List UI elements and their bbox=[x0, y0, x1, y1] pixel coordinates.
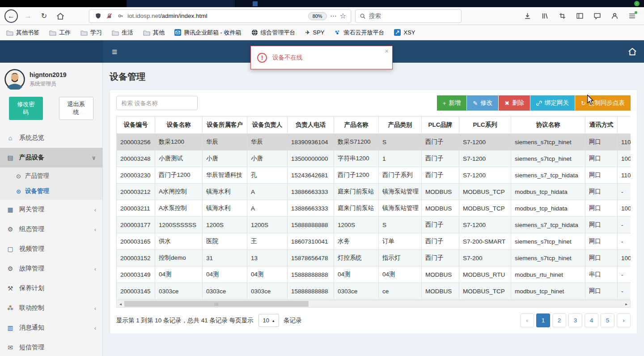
column-header[interactable]: PLC品牌 bbox=[422, 116, 459, 134]
bookmark-item[interactable]: XSY bbox=[394, 29, 415, 36]
sidebar-item-gateway-management[interactable]: ▦网关管理‹ bbox=[0, 200, 102, 219]
table-cell: siemens_s7_tcp_hidata bbox=[511, 217, 585, 233]
menu-hamburger-icon[interactable] bbox=[628, 12, 636, 20]
active-tab[interactable] bbox=[127, 0, 235, 7]
pagination-prev[interactable]: ‹ bbox=[520, 313, 534, 327]
forward-button[interactable]: → bbox=[22, 10, 34, 22]
column-header[interactable]: 设备编号 bbox=[117, 116, 155, 134]
messages-icon[interactable] bbox=[593, 12, 601, 20]
pagination-page-5[interactable]: 5 bbox=[601, 313, 614, 327]
sidebar-item-system-overview[interactable]: ⌂系统总览 bbox=[0, 128, 102, 148]
sidebar-toggle-browser-icon[interactable] bbox=[576, 12, 584, 20]
browser-home-button[interactable] bbox=[54, 10, 66, 22]
reload-button[interactable]: ↻ bbox=[38, 10, 50, 22]
avatar[interactable] bbox=[4, 69, 25, 90]
table-row[interactable]: 200003230西门子1200华辰智通科技孔15243642681西门子120… bbox=[117, 167, 631, 184]
change-password-button[interactable]: 修改密码 bbox=[9, 97, 43, 120]
scrollbar-thumb[interactable]: ||| bbox=[124, 301, 309, 307]
records-info: 显示第 1 到第 10 条记录，总共 41 条记录 每页显示 10▴ 条记录 bbox=[116, 314, 302, 327]
bookmark-item[interactable]: 其他书签 bbox=[6, 29, 39, 37]
copy-sync-table-button[interactable]: ↻复制同步点表 bbox=[575, 95, 631, 111]
bookmark-item[interactable]: 综合管理平台 bbox=[251, 29, 296, 37]
table-row[interactable]: 200003212A水闸控制镇海水利A13886663333庭来门前泵站镇海泵站… bbox=[117, 184, 631, 200]
sidebar-item-video-management[interactable]: ▢视频管理 bbox=[0, 239, 102, 259]
back-button[interactable]: ← bbox=[4, 9, 18, 23]
sidebar-item-fault-management[interactable]: ⚙故障管理‹ bbox=[0, 259, 102, 279]
url-bar[interactable]: iot.idosp.net /admin/index.html 80% ⋯ ☆ bbox=[89, 9, 351, 23]
scrollbar-track[interactable]: ||| bbox=[124, 300, 623, 307]
logout-button[interactable]: 退出系统 bbox=[59, 97, 94, 120]
horizontal-scrollbar[interactable]: ◂ ||| ▸ bbox=[116, 300, 631, 308]
column-header[interactable]: PLC系列 bbox=[459, 116, 511, 134]
bookmark-item[interactable]: 学习 bbox=[80, 29, 102, 37]
column-header[interactable]: 协议名称 bbox=[511, 116, 585, 134]
column-header[interactable]: 负责人电话 bbox=[288, 116, 334, 134]
edit-button[interactable]: ✎修改 bbox=[467, 95, 498, 111]
add-button[interactable]: +新增 bbox=[437, 95, 467, 111]
alert-close-icon[interactable]: × bbox=[385, 47, 389, 55]
bookmark-item[interactable]: ✈SPY bbox=[305, 29, 325, 36]
sidebar-item-message-notify[interactable]: ▥消息通知‹ bbox=[0, 318, 102, 338]
pagination-page-4[interactable]: 4 bbox=[585, 313, 598, 327]
screenshot-crop-icon[interactable] bbox=[558, 12, 566, 20]
table-cell: 镇海水利 bbox=[203, 184, 247, 200]
column-header[interactable]: 通讯方式 bbox=[585, 116, 618, 134]
bookmark-star-icon[interactable]: ☆ bbox=[340, 12, 346, 20]
cross-icon: ✖ bbox=[504, 100, 509, 107]
pagination-page-2[interactable]: 2 bbox=[552, 313, 566, 327]
table-row[interactable]: 200003256数采1200华辰华辰18390936104数采S71200S西… bbox=[117, 134, 631, 150]
column-header[interactable]: 已绑定网关 bbox=[618, 116, 631, 134]
sidebar-item-device-management[interactable]: ⊙设备管理 bbox=[0, 184, 102, 199]
sidebar-item-config-management[interactable]: ⚙组态管理‹ bbox=[0, 219, 102, 239]
delete-button[interactable]: ✖删除 bbox=[499, 95, 530, 111]
scroll-left-icon[interactable]: ◂ bbox=[117, 302, 124, 306]
tab-bar[interactable]: ↑ bbox=[0, 0, 644, 7]
bookmark-item[interactable]: 萤石云开放平台 bbox=[334, 29, 384, 37]
pagination-page-3[interactable]: 3 bbox=[568, 313, 582, 327]
table-row[interactable]: 200003248小唐测试小唐小唐13500000000字符串12001西门子S… bbox=[117, 150, 631, 167]
pagination-next[interactable]: › bbox=[617, 313, 631, 327]
bookmark-item[interactable]: 其他 bbox=[143, 29, 165, 37]
pagination-page-1[interactable]: 1 bbox=[536, 313, 550, 327]
downloads-icon[interactable] bbox=[523, 12, 531, 20]
sidebar-item-product-management[interactable]: ⊙产品管理 bbox=[0, 168, 102, 184]
table-cell: S7-1200 bbox=[459, 217, 511, 233]
column-header[interactable]: 设备名称 bbox=[155, 116, 203, 134]
sidebar-item-sms-management[interactable]: ✉短信管理 bbox=[0, 338, 102, 356]
account-icon[interactable] bbox=[610, 12, 619, 20]
update-available-icon[interactable]: ↑ bbox=[634, 1, 640, 6]
insecure-lock-icon[interactable] bbox=[105, 12, 113, 20]
table-row[interactable]: 20000314904测04测04测1588888888804测04测MODBU… bbox=[117, 266, 631, 283]
app-home-icon[interactable] bbox=[628, 47, 637, 56]
sidebar-item-maintenance-plan[interactable]: ⚒保养计划 bbox=[0, 279, 102, 298]
tracking-shield-icon[interactable] bbox=[94, 12, 102, 20]
scroll-right-icon[interactable]: ▸ bbox=[623, 302, 630, 306]
table-cell: 供水 bbox=[155, 233, 203, 250]
page-actions-icon[interactable]: ⋯ bbox=[330, 12, 337, 20]
table-cell: 医院 bbox=[203, 233, 247, 250]
table-row[interactable]: 200003165供水医院王18607310041水务订单西门子S7-200-S… bbox=[117, 233, 631, 250]
device-search-input[interactable] bbox=[116, 96, 198, 110]
bookmark-item[interactable]: 工作 bbox=[49, 29, 71, 37]
page-size-select[interactable]: 10▴ bbox=[258, 314, 279, 327]
sidebar-item-product-device[interactable]: ▤产品设备∨ bbox=[0, 148, 102, 167]
bookmark-item[interactable]: 腾讯企业邮箱 - 收件箱 bbox=[174, 29, 242, 37]
table-cell: 1200S bbox=[334, 217, 379, 233]
library-icon[interactable] bbox=[541, 12, 549, 20]
table-row[interactable]: 200003211A水泵控制镇海水利A13886663333庭来门前泵站镇海泵站… bbox=[117, 200, 631, 217]
browser-search-input[interactable] bbox=[369, 13, 457, 19]
table-row[interactable]: 2000031771200SSSSSS1200S1200S15888888888… bbox=[117, 217, 631, 233]
table-row[interactable]: 200003152控制demo311315878656478灯控系统指示灯西门子… bbox=[117, 250, 631, 266]
column-header[interactable]: 设备所属客户 bbox=[203, 116, 247, 134]
column-header[interactable]: 产品类别 bbox=[379, 116, 422, 134]
bind-gateway-button[interactable]: 绑定网关 bbox=[530, 95, 575, 111]
permissions-icon[interactable] bbox=[116, 12, 124, 20]
bookmark-item[interactable]: 生活 bbox=[112, 29, 133, 37]
search-bar[interactable] bbox=[355, 9, 462, 23]
column-header[interactable]: 设备负责人 bbox=[247, 116, 288, 134]
column-header[interactable]: 产品名称 bbox=[334, 116, 379, 134]
zoom-indicator[interactable]: 80% bbox=[308, 12, 327, 20]
sidebar-item-linkage-control[interactable]: ⁂联动控制‹ bbox=[0, 298, 102, 318]
sidebar-toggle-icon[interactable]: ≡ bbox=[112, 47, 117, 56]
table-row[interactable]: 2000031450303ce0303ce0303ce1588888888803… bbox=[117, 283, 631, 300]
